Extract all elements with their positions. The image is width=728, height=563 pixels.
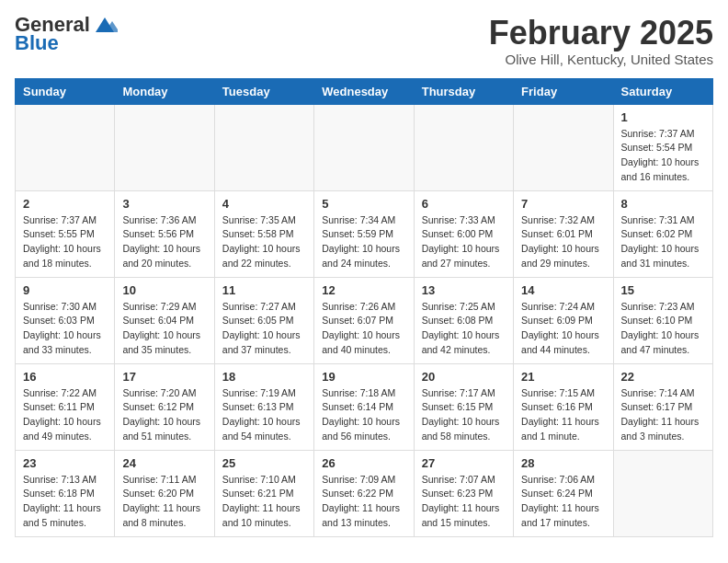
day-header-saturday: Saturday bbox=[613, 78, 712, 104]
calendar-day: 3Sunrise: 7:36 AM Sunset: 5:56 PM Daylig… bbox=[115, 190, 214, 277]
location: Olive Hill, Kentucky, United States bbox=[489, 52, 713, 67]
day-number: 4 bbox=[222, 197, 306, 211]
calendar-day: 17Sunrise: 7:20 AM Sunset: 6:12 PM Dayli… bbox=[115, 363, 214, 450]
day-info: Sunrise: 7:30 AM Sunset: 6:03 PM Dayligh… bbox=[23, 300, 107, 358]
day-number: 23 bbox=[23, 456, 107, 470]
calendar-day bbox=[115, 104, 214, 190]
day-info: Sunrise: 7:35 AM Sunset: 5:58 PM Dayligh… bbox=[222, 213, 306, 271]
calendar-day bbox=[414, 104, 513, 190]
logo: General Blue bbox=[15, 15, 118, 55]
calendar-day bbox=[613, 450, 712, 536]
day-number: 21 bbox=[521, 370, 605, 384]
day-number: 5 bbox=[322, 197, 405, 211]
day-info: Sunrise: 7:23 AM Sunset: 6:10 PM Dayligh… bbox=[621, 300, 705, 358]
calendar-day: 21Sunrise: 7:15 AM Sunset: 6:16 PM Dayli… bbox=[514, 363, 613, 450]
day-info: Sunrise: 7:18 AM Sunset: 6:14 PM Dayligh… bbox=[322, 386, 405, 444]
day-info: Sunrise: 7:07 AM Sunset: 6:23 PM Dayligh… bbox=[422, 473, 506, 531]
calendar-week-2: 2Sunrise: 7:37 AM Sunset: 5:55 PM Daylig… bbox=[16, 190, 713, 277]
day-info: Sunrise: 7:06 AM Sunset: 6:24 PM Dayligh… bbox=[521, 473, 605, 531]
calendar-day: 26Sunrise: 7:09 AM Sunset: 6:22 PM Dayli… bbox=[314, 450, 414, 536]
calendar-week-1: 1Sunrise: 7:37 AM Sunset: 5:54 PM Daylig… bbox=[16, 104, 713, 190]
calendar-day: 8Sunrise: 7:31 AM Sunset: 6:02 PM Daylig… bbox=[613, 190, 712, 277]
day-header-wednesday: Wednesday bbox=[314, 78, 414, 104]
calendar-day: 5Sunrise: 7:34 AM Sunset: 5:59 PM Daylig… bbox=[314, 190, 414, 277]
calendar-day: 18Sunrise: 7:19 AM Sunset: 6:13 PM Dayli… bbox=[214, 363, 313, 450]
day-info: Sunrise: 7:20 AM Sunset: 6:12 PM Dayligh… bbox=[122, 386, 206, 444]
day-info: Sunrise: 7:33 AM Sunset: 6:00 PM Dayligh… bbox=[422, 213, 506, 271]
day-number: 19 bbox=[322, 370, 405, 384]
day-number: 26 bbox=[322, 456, 405, 470]
logo-blue: Blue bbox=[15, 31, 59, 55]
day-info: Sunrise: 7:17 AM Sunset: 6:15 PM Dayligh… bbox=[422, 386, 506, 444]
calendar-day: 4Sunrise: 7:35 AM Sunset: 5:58 PM Daylig… bbox=[214, 190, 313, 277]
calendar-day: 10Sunrise: 7:29 AM Sunset: 6:04 PM Dayli… bbox=[115, 277, 214, 363]
day-header-thursday: Thursday bbox=[414, 78, 513, 104]
logo-icon bbox=[92, 16, 118, 34]
day-number: 17 bbox=[122, 370, 206, 384]
day-info: Sunrise: 7:19 AM Sunset: 6:13 PM Dayligh… bbox=[222, 386, 306, 444]
day-header-friday: Friday bbox=[514, 78, 613, 104]
calendar-week-5: 23Sunrise: 7:13 AM Sunset: 6:18 PM Dayli… bbox=[16, 450, 713, 536]
calendar-day: 19Sunrise: 7:18 AM Sunset: 6:14 PM Dayli… bbox=[314, 363, 414, 450]
day-number: 10 bbox=[122, 283, 206, 297]
day-number: 3 bbox=[122, 197, 206, 211]
day-number: 14 bbox=[521, 283, 605, 297]
day-info: Sunrise: 7:34 AM Sunset: 5:59 PM Dayligh… bbox=[322, 213, 405, 271]
calendar-day: 9Sunrise: 7:30 AM Sunset: 6:03 PM Daylig… bbox=[16, 277, 115, 363]
calendar-day: 7Sunrise: 7:32 AM Sunset: 6:01 PM Daylig… bbox=[514, 190, 613, 277]
calendar-day: 2Sunrise: 7:37 AM Sunset: 5:55 PM Daylig… bbox=[16, 190, 115, 277]
calendar-day: 27Sunrise: 7:07 AM Sunset: 6:23 PM Dayli… bbox=[414, 450, 513, 536]
day-number: 16 bbox=[23, 370, 107, 384]
calendar-day: 16Sunrise: 7:22 AM Sunset: 6:11 PM Dayli… bbox=[16, 363, 115, 450]
calendar-day: 14Sunrise: 7:24 AM Sunset: 6:09 PM Dayli… bbox=[514, 277, 613, 363]
day-number: 1 bbox=[621, 110, 705, 124]
calendar-day bbox=[214, 104, 313, 190]
day-info: Sunrise: 7:13 AM Sunset: 6:18 PM Dayligh… bbox=[23, 473, 107, 531]
day-number: 27 bbox=[422, 456, 506, 470]
calendar-day: 11Sunrise: 7:27 AM Sunset: 6:05 PM Dayli… bbox=[214, 277, 313, 363]
day-info: Sunrise: 7:09 AM Sunset: 6:22 PM Dayligh… bbox=[322, 473, 405, 531]
day-number: 25 bbox=[222, 456, 306, 470]
calendar-day: 13Sunrise: 7:25 AM Sunset: 6:08 PM Dayli… bbox=[414, 277, 513, 363]
calendar-day: 23Sunrise: 7:13 AM Sunset: 6:18 PM Dayli… bbox=[16, 450, 115, 536]
day-info: Sunrise: 7:11 AM Sunset: 6:20 PM Dayligh… bbox=[122, 473, 206, 531]
calendar-day: 24Sunrise: 7:11 AM Sunset: 6:20 PM Dayli… bbox=[115, 450, 214, 536]
title-section: February 2025 Olive Hill, Kentucky, Unit… bbox=[489, 15, 713, 67]
calendar-day: 1Sunrise: 7:37 AM Sunset: 5:54 PM Daylig… bbox=[613, 104, 712, 190]
day-number: 12 bbox=[322, 283, 405, 297]
day-info: Sunrise: 7:26 AM Sunset: 6:07 PM Dayligh… bbox=[322, 300, 405, 358]
day-info: Sunrise: 7:22 AM Sunset: 6:11 PM Dayligh… bbox=[23, 386, 107, 444]
calendar-header-row: SundayMondayTuesdayWednesdayThursdayFrid… bbox=[16, 78, 713, 104]
calendar-day: 25Sunrise: 7:10 AM Sunset: 6:21 PM Dayli… bbox=[214, 450, 313, 536]
day-number: 9 bbox=[23, 283, 107, 297]
day-info: Sunrise: 7:15 AM Sunset: 6:16 PM Dayligh… bbox=[521, 386, 605, 444]
day-info: Sunrise: 7:27 AM Sunset: 6:05 PM Dayligh… bbox=[222, 300, 306, 358]
day-number: 2 bbox=[23, 197, 107, 211]
day-info: Sunrise: 7:29 AM Sunset: 6:04 PM Dayligh… bbox=[122, 300, 206, 358]
day-number: 7 bbox=[521, 197, 605, 211]
day-info: Sunrise: 7:10 AM Sunset: 6:21 PM Dayligh… bbox=[222, 473, 306, 531]
calendar-day: 20Sunrise: 7:17 AM Sunset: 6:15 PM Dayli… bbox=[414, 363, 513, 450]
calendar-day bbox=[16, 104, 115, 190]
day-info: Sunrise: 7:32 AM Sunset: 6:01 PM Dayligh… bbox=[521, 213, 605, 271]
calendar-table: SundayMondayTuesdayWednesdayThursdayFrid… bbox=[15, 78, 713, 537]
day-header-sunday: Sunday bbox=[16, 78, 115, 104]
month-title: February 2025 bbox=[489, 15, 713, 52]
day-info: Sunrise: 7:37 AM Sunset: 5:55 PM Dayligh… bbox=[23, 213, 107, 271]
day-number: 22 bbox=[621, 370, 705, 384]
calendar-day: 22Sunrise: 7:14 AM Sunset: 6:17 PM Dayli… bbox=[613, 363, 712, 450]
day-number: 8 bbox=[621, 197, 705, 211]
day-info: Sunrise: 7:24 AM Sunset: 6:09 PM Dayligh… bbox=[521, 300, 605, 358]
calendar-day: 28Sunrise: 7:06 AM Sunset: 6:24 PM Dayli… bbox=[514, 450, 613, 536]
day-info: Sunrise: 7:25 AM Sunset: 6:08 PM Dayligh… bbox=[422, 300, 506, 358]
calendar-week-4: 16Sunrise: 7:22 AM Sunset: 6:11 PM Dayli… bbox=[16, 363, 713, 450]
calendar-day: 15Sunrise: 7:23 AM Sunset: 6:10 PM Dayli… bbox=[613, 277, 712, 363]
day-header-tuesday: Tuesday bbox=[214, 78, 313, 104]
calendar-day: 6Sunrise: 7:33 AM Sunset: 6:00 PM Daylig… bbox=[414, 190, 513, 277]
day-number: 11 bbox=[222, 283, 306, 297]
day-info: Sunrise: 7:37 AM Sunset: 5:54 PM Dayligh… bbox=[621, 127, 705, 185]
page-header: General Blue February 2025 Olive Hill, K… bbox=[15, 15, 713, 67]
day-number: 15 bbox=[621, 283, 705, 297]
day-header-monday: Monday bbox=[115, 78, 214, 104]
calendar-day bbox=[314, 104, 414, 190]
